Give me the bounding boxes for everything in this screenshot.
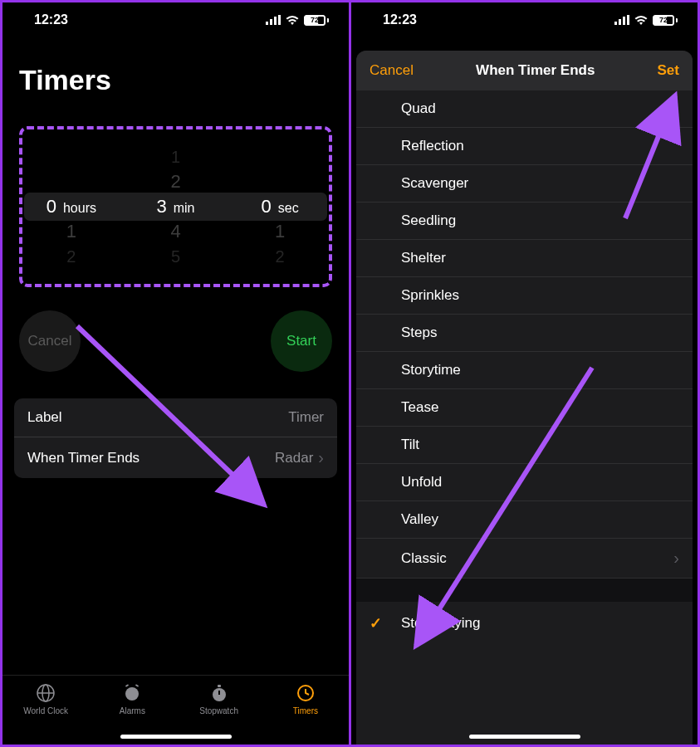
tab-world-clock[interactable]: World Clock	[2, 682, 89, 715]
phone-left-timers: 12:23 72 Timers 1 2	[2, 2, 349, 745]
svg-rect-3	[278, 15, 281, 25]
timer-icon	[295, 682, 316, 704]
chevron-right-icon: ›	[318, 448, 324, 467]
svg-rect-16	[619, 19, 621, 25]
picker-sec-value: 0	[262, 196, 272, 217]
sound-item-classic[interactable]: Classic›	[356, 539, 693, 579]
status-time: 12:23	[34, 12, 68, 27]
cellular-icon	[266, 15, 281, 25]
picker-min-value: 3	[156, 196, 166, 217]
modal-set-button[interactable]: Set	[658, 62, 679, 79]
sound-item[interactable]: Reflection	[356, 128, 693, 165]
cellular-icon	[614, 15, 629, 25]
sound-item[interactable]: Sprinkles	[356, 277, 693, 315]
ends-value: Radar	[275, 450, 313, 466]
sound-item[interactable]: Tease	[356, 389, 693, 427]
timer-settings-group: Label Timer When Timer Ends Radar›	[14, 398, 337, 478]
svg-point-7	[125, 687, 139, 701]
svg-rect-2	[274, 17, 277, 25]
battery-icon: 72	[653, 15, 678, 26]
start-button[interactable]: Start	[271, 310, 332, 372]
label-row[interactable]: Label Timer	[14, 398, 337, 437]
ends-key: When Timer Ends	[27, 450, 140, 466]
label-value: Timer	[288, 409, 324, 426]
stop-playing-row[interactable]: ✓ Stop Playing	[356, 602, 693, 645]
picker-hours-value: 0	[47, 196, 56, 217]
sound-item[interactable]: Tilt	[356, 427, 693, 464]
sound-picker-modal: Cancel When Timer Ends Set Quad Reflecti…	[356, 51, 693, 745]
sound-item[interactable]: Steps	[356, 315, 693, 352]
label-key: Label	[27, 409, 62, 426]
wifi-icon	[286, 15, 299, 25]
status-time: 12:23	[383, 12, 417, 27]
modal-header: Cancel When Timer Ends Set	[356, 51, 693, 90]
svg-rect-8	[125, 684, 129, 687]
when-timer-ends-row[interactable]: When Timer Ends Radar›	[14, 437, 337, 478]
home-indicator[interactable]	[469, 735, 580, 739]
svg-rect-11	[218, 685, 221, 687]
battery-icon: 72	[304, 15, 329, 26]
alarm-icon	[121, 682, 143, 704]
svg-rect-9	[135, 684, 139, 687]
sound-item[interactable]: Valley	[356, 501, 693, 539]
status-bar: 12:23 72	[2, 2, 349, 32]
wifi-icon	[634, 15, 648, 25]
picker-hours-label: hours	[63, 201, 96, 216]
page-title: Timers	[2, 32, 349, 105]
status-bar: 12:23 72	[351, 2, 698, 32]
svg-rect-18	[627, 15, 629, 25]
phone-right-sound-picker: 12:23 72 Cancel When Timer Ends Set Quad…	[351, 2, 698, 745]
chevron-right-icon: ›	[673, 549, 679, 568]
sound-item[interactable]: Unfold	[356, 464, 693, 501]
picker-min-label: min	[174, 201, 195, 216]
status-indicators: 72	[266, 15, 329, 26]
cancel-button[interactable]: Cancel	[19, 310, 81, 372]
sound-list[interactable]: Quad Reflection Scavenger Seedling Shelt…	[356, 90, 693, 745]
sound-item[interactable]: Scavenger	[356, 165, 693, 203]
tab-stopwatch[interactable]: Stopwatch	[176, 682, 262, 715]
tab-timers[interactable]: Timers	[262, 682, 349, 715]
svg-rect-17	[623, 17, 625, 25]
sound-item[interactable]: Storytime	[356, 352, 693, 389]
modal-title: When Timer Ends	[476, 62, 595, 79]
checkmark-icon: ✓	[370, 614, 386, 632]
modal-cancel-button[interactable]: Cancel	[370, 62, 414, 79]
globe-icon	[35, 682, 56, 704]
svg-rect-15	[614, 22, 617, 25]
svg-rect-1	[270, 19, 272, 25]
stopwatch-icon	[208, 682, 230, 704]
stop-playing-label: Stop Playing	[401, 615, 480, 632]
home-indicator[interactable]	[120, 735, 232, 739]
time-picker[interactable]: 1 2 1 2 4 5 1 2 0hou	[19, 126, 332, 287]
sound-item[interactable]: Seedling	[356, 203, 693, 240]
status-indicators: 72	[614, 15, 678, 26]
sound-item[interactable]: Shelter	[356, 240, 693, 277]
sound-item[interactable]: Quad	[356, 90, 693, 128]
tab-alarms[interactable]: Alarms	[89, 682, 175, 715]
svg-rect-0	[266, 22, 268, 25]
picker-sec-label: sec	[278, 201, 299, 216]
